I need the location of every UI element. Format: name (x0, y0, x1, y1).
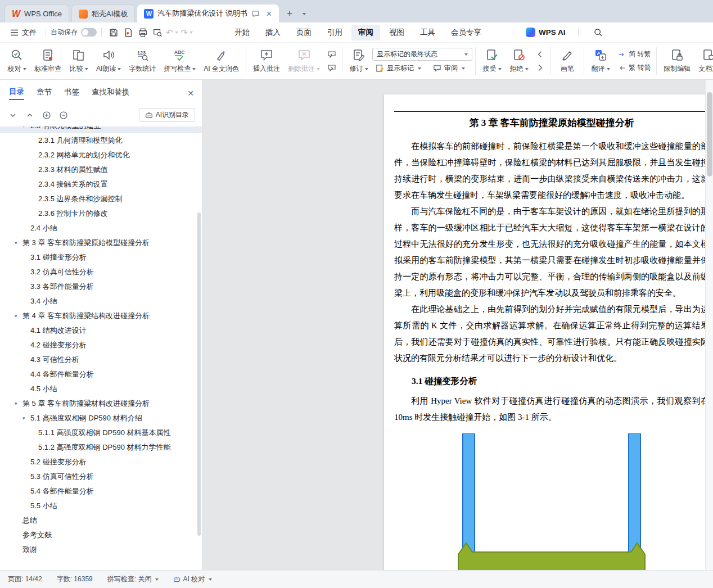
toc-item[interactable]: 2.3.5 边界条件和沙漏控制 (0, 192, 202, 206)
delete-comment-button[interactable]: 删除批注 (284, 46, 324, 76)
toc-item[interactable]: ▾5.1 高强度双相钢 DP590 材料介绍 (0, 411, 202, 426)
search-button[interactable] (591, 25, 606, 40)
reject-button[interactable]: 拒绝 (506, 46, 533, 76)
toc-item[interactable]: 2.4 小结 (0, 221, 202, 236)
document-scrollbar-thumb[interactable] (707, 92, 712, 177)
ai-read-button[interactable]: AI朗读 (92, 46, 125, 76)
track-changes-button[interactable]: 修订 (345, 46, 372, 76)
toc-item[interactable]: ▾第 3 章 客车前防撞梁原始模型碰撞分析 (0, 236, 202, 250)
restrict-edit-button[interactable]: 限制编辑 (660, 46, 694, 76)
toc-item[interactable]: 4.2 碰撞变形分析 (0, 338, 202, 352)
autosave-toggle[interactable] (81, 28, 97, 37)
compare-button[interactable]: 比较 (65, 46, 92, 76)
insert-comment-button[interactable]: 插入批注 (249, 46, 284, 76)
autosave-control[interactable]: 自动保存 (51, 28, 97, 37)
sidebar-scrollbar-thumb[interactable] (197, 212, 201, 536)
translate-button[interactable]: A 翻译 (587, 46, 614, 76)
menu-tab-审阅[interactable]: 审阅 (351, 25, 380, 40)
toc-item[interactable]: 5.4 各部件能量分析 (0, 484, 202, 499)
proofread-button[interactable]: 校对 (3, 46, 30, 76)
collapse-up-button[interactable] (24, 109, 36, 121)
toc-item[interactable]: ▾第 5 章 客车前防撞梁材料改进碰撞分析 (0, 396, 202, 411)
ai-polish-button[interactable]: AI 全文润色 (200, 46, 243, 76)
redo-button[interactable]: ↷ (179, 25, 194, 40)
toc-item[interactable]: 5.3 仿真可信性分析 (0, 469, 202, 484)
toc-item[interactable]: 5.5 小结 (0, 499, 202, 513)
simplified-to-traditional-button[interactable]: 简 转繁 (614, 48, 653, 60)
close-sidebar-icon[interactable]: ✕ (187, 89, 194, 98)
menu-tab-工具[interactable]: 工具 (413, 25, 442, 40)
sidebar-tab-toc[interactable]: 目录 (9, 87, 24, 100)
document-scrollbar[interactable] (705, 80, 713, 570)
zoom-out-button[interactable] (57, 109, 70, 121)
toc-item[interactable]: 4.3 可信性分析 (0, 352, 202, 367)
undo-button[interactable]: ↶ (165, 25, 179, 40)
standard-review-button[interactable]: 标准审查 (30, 46, 65, 76)
menu-tab-开始[interactable]: 开始 (228, 25, 256, 40)
previous-comment-button[interactable] (324, 48, 339, 60)
sidebar-tab-find-replace[interactable]: 查找和替换 (92, 87, 130, 99)
menu-tab-引用[interactable]: 引用 (321, 25, 349, 40)
chevron-down-icon[interactable]: ▾ (15, 240, 22, 246)
save-button[interactable] (106, 25, 121, 40)
word-count-indicator[interactable]: 字数: 16359 (57, 575, 93, 584)
chevron-down-icon[interactable]: ▾ (22, 415, 30, 421)
toc-item[interactable]: ▾2.3 有限元模型的建立 (0, 126, 202, 133)
expand-down-button[interactable] (7, 109, 19, 121)
next-change-button[interactable] (533, 62, 548, 74)
chevron-down-icon[interactable]: ▾ (15, 401, 22, 406)
tab-list-dropdown-icon[interactable] (298, 6, 309, 21)
toc-item[interactable]: ▾第 4 章 客车前防撞梁结构改进碰撞分析 (0, 309, 202, 323)
export-pdf-button[interactable]: P (121, 25, 136, 40)
toc-item[interactable]: 5.2 碰撞变形分析 (0, 455, 202, 469)
toc-item[interactable]: 2.3.6 控制卡片的修改 (0, 206, 202, 221)
pen-button[interactable]: 画笔 (554, 46, 581, 76)
traditional-to-simplified-button[interactable]: 繁 转简 (614, 62, 653, 74)
toc-item[interactable]: 2.3.2 网格单元的划分和优化 (0, 148, 202, 162)
toc-item[interactable]: 2.3.1 几何清理和模型简化 (0, 133, 202, 148)
toc-item[interactable]: 总结 (0, 513, 202, 528)
toc-item[interactable]: 4.1 结构改进设计 (0, 323, 202, 338)
sidebar-tab-chapters[interactable]: 章节 (37, 87, 52, 99)
toc-item[interactable]: 3.2 仿真可信性分析 (0, 265, 202, 279)
toc-item[interactable]: 3.3 各部件能量分析 (0, 279, 202, 294)
tab-document[interactable]: W 汽车防撞梁优化设计 说明书 ✕ (137, 4, 279, 22)
accept-button[interactable]: 接受 (479, 46, 506, 76)
document-page[interactable]: 第 3 章 客车前防撞梁原始模型碰撞分析 在模拟客车的前部碰撞时，前保险杠横梁是… (384, 94, 713, 570)
previous-change-button[interactable] (533, 48, 548, 60)
print-preview-button[interactable] (150, 25, 165, 40)
tab-docer-templates[interactable]: 稻壳AI模板 (71, 4, 135, 22)
toc-item[interactable]: 5.1.2 高强度双相钢 DP590 材料力学性能 (0, 440, 202, 455)
menu-tab-插入[interactable]: 插入 (259, 25, 287, 40)
show-markup-button[interactable]: 显示标记 (372, 62, 424, 74)
toc-item[interactable]: 致谢 (0, 542, 202, 557)
chevron-down-icon[interactable]: ▾ (15, 313, 22, 319)
menu-tab-视图[interactable]: 视图 (382, 25, 411, 40)
review-pane-button[interactable]: 审阅 (430, 62, 468, 74)
menu-tab-页面[interactable]: 页面 (290, 25, 318, 40)
toc-item[interactable]: 4.4 各部件能量分析 (0, 367, 202, 382)
close-tab-icon[interactable]: ✕ (266, 10, 272, 18)
toc-item[interactable]: 2.3.4 接触关系的设置 (0, 177, 202, 192)
toc-item[interactable]: 3.4 小结 (0, 294, 202, 309)
chevron-down-icon[interactable]: ▾ (22, 126, 30, 129)
next-comment-button[interactable] (324, 62, 339, 74)
wps-ai-button[interactable]: WPS AI (526, 28, 566, 37)
new-tab-button[interactable]: + (282, 6, 297, 21)
page-indicator[interactable]: 页面: 14/42 (8, 575, 42, 584)
print-button[interactable] (136, 25, 150, 40)
ai-proofread-indicator[interactable]: AI 校对 (173, 575, 212, 584)
menu-tab-会员专享[interactable]: 会员专享 (444, 25, 488, 40)
toc-item[interactable]: 4.5 小结 (0, 382, 202, 396)
ai-recognize-toc-button[interactable]: AI识别目录 (139, 108, 195, 122)
toc-item[interactable]: 5.1.1 高强度双相钢 DP590 材料基本属性 (0, 426, 202, 440)
doc-encrypt-button[interactable]: 文档加 (694, 46, 713, 76)
toc-item[interactable]: 参考文献 (0, 528, 202, 542)
file-menu-button[interactable]: 文件 (6, 25, 41, 40)
tab-wps-office[interactable]: W WPS Office (4, 4, 69, 22)
markup-state-select[interactable]: 显示标记的最终状态 (372, 48, 472, 61)
zoom-in-button[interactable] (40, 109, 53, 121)
toc-item[interactable]: 3.1 碰撞变形分析 (0, 250, 202, 265)
toc-item[interactable]: 2.3.3 材料的属性赋值 (0, 162, 202, 177)
spell-check-button[interactable]: ABC 拼写检查 (160, 46, 200, 76)
